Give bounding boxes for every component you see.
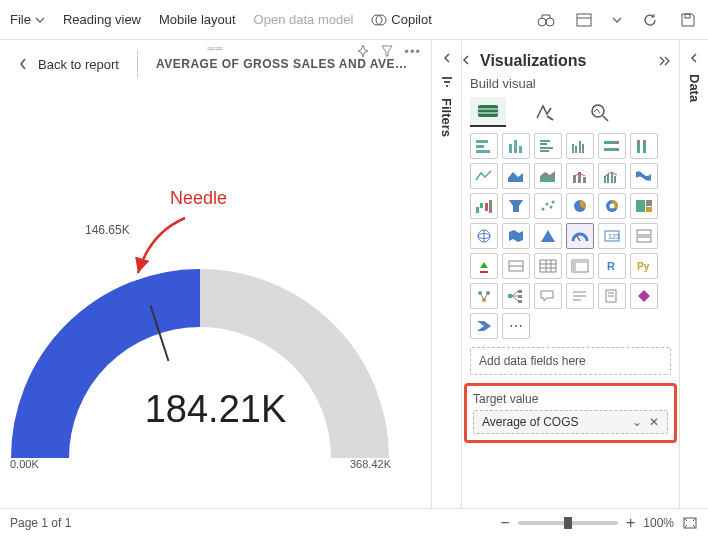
viz-key-influencers-icon[interactable]	[470, 283, 498, 309]
viz-pie-icon[interactable]	[566, 193, 594, 219]
values-field-well[interactable]: Add data fields here	[470, 347, 671, 375]
visual-type-grid: 123 R Py ⋯	[470, 133, 671, 339]
zoom-out-button[interactable]: −	[501, 514, 510, 532]
chevron-right-expand-icon[interactable]	[657, 55, 671, 67]
field-menu-chevron-icon[interactable]: ⌄	[632, 415, 642, 429]
viz-100-stacked-column-icon[interactable]	[630, 133, 658, 159]
viz-donut-icon[interactable]	[598, 193, 626, 219]
viz-scatter-icon[interactable]	[534, 193, 562, 219]
viz-kpi-icon[interactable]	[470, 253, 498, 279]
viz-matrix-icon[interactable]	[566, 253, 594, 279]
viz-line-stacked-column-icon[interactable]	[566, 163, 594, 189]
svg-rect-35	[637, 146, 640, 153]
viz-line-clustered-column-icon[interactable]	[598, 163, 626, 189]
reading-view-button[interactable]: Reading view	[63, 12, 141, 27]
svg-text:Py: Py	[637, 261, 650, 272]
file-menu[interactable]: File	[10, 12, 45, 27]
target-value-field[interactable]: Average of COGS ⌄ ✕	[473, 410, 668, 434]
viz-multi-row-card-icon[interactable]	[630, 223, 658, 249]
top-toolbar: File Reading view Mobile layout Open dat…	[0, 0, 708, 40]
viz-power-automate-icon[interactable]	[470, 313, 498, 339]
file-menu-label: File	[10, 12, 31, 27]
zoom-slider[interactable]	[518, 521, 618, 525]
viz-clustered-column-icon[interactable]	[566, 133, 594, 159]
viz-slicer-icon[interactable]	[502, 253, 530, 279]
tab-format-visual[interactable]	[526, 97, 562, 127]
chevron-left-icon[interactable]	[460, 54, 472, 66]
tab-analytics[interactable]	[582, 97, 618, 127]
more-icon[interactable]: •••	[404, 44, 421, 59]
svg-rect-86	[518, 295, 522, 298]
copilot-button[interactable]: Copilot	[371, 12, 431, 28]
svg-rect-85	[518, 290, 522, 293]
svg-line-88	[512, 291, 518, 296]
viz-stacked-bar-icon[interactable]	[470, 133, 498, 159]
viz-funnel-icon[interactable]	[502, 193, 530, 219]
pin-icon[interactable]	[356, 44, 370, 58]
viz-power-apps-icon[interactable]	[630, 283, 658, 309]
viz-clustered-bar-icon[interactable]	[534, 133, 562, 159]
viz-ribbon-icon[interactable]	[630, 163, 658, 189]
data-pane-collapsed[interactable]: Data	[680, 40, 708, 508]
svg-point-55	[610, 204, 615, 209]
viz-table-icon[interactable]	[534, 253, 562, 279]
svg-rect-43	[611, 173, 613, 183]
chevron-left-icon	[441, 52, 453, 64]
svg-rect-9	[444, 81, 450, 83]
svg-rect-6	[685, 14, 690, 18]
tab-build-visual[interactable]	[470, 97, 506, 127]
save-button[interactable]	[678, 10, 698, 30]
svg-rect-37	[643, 143, 646, 153]
svg-line-82	[480, 293, 484, 300]
filters-label: Filters	[439, 98, 454, 137]
viz-gauge-icon[interactable]	[566, 223, 594, 249]
viz-python-visual-icon[interactable]: Py	[630, 253, 658, 279]
svg-rect-42	[607, 174, 609, 183]
svg-rect-46	[480, 203, 483, 208]
gauge-target-label: 146.65K	[85, 223, 130, 237]
mobile-layout-button[interactable]: Mobile layout	[159, 12, 236, 27]
viz-smart-narrative-icon[interactable]	[566, 283, 594, 309]
viz-qa-icon[interactable]	[534, 283, 562, 309]
viz-azure-map-icon[interactable]	[534, 223, 562, 249]
viz-decomposition-tree-icon[interactable]	[502, 283, 530, 309]
viz-stacked-area-icon[interactable]	[534, 163, 562, 189]
chevron-left-icon	[18, 57, 28, 71]
viz-treemap-icon[interactable]	[630, 193, 658, 219]
back-to-report-button[interactable]: Back to report	[18, 57, 119, 72]
svg-rect-25	[540, 150, 549, 152]
chevron-down-icon[interactable]	[612, 15, 622, 25]
zoom-thumb[interactable]	[564, 517, 572, 529]
visualizations-pane: Visualizations Build visual	[462, 40, 680, 508]
svg-rect-48	[489, 200, 492, 213]
viz-line-icon[interactable]	[470, 163, 498, 189]
viz-map-icon[interactable]	[470, 223, 498, 249]
binoculars-icon	[537, 12, 555, 28]
filter-icon[interactable]	[380, 44, 394, 58]
zoom-in-button[interactable]: +	[626, 514, 635, 532]
fit-to-page-icon[interactable]	[682, 516, 698, 530]
svg-rect-76	[572, 260, 576, 272]
viz-r-visual-icon[interactable]: R	[598, 253, 626, 279]
svg-point-3	[546, 18, 554, 26]
viz-100-stacked-bar-icon[interactable]	[598, 133, 626, 159]
viz-more-visuals-icon[interactable]: ⋯	[502, 313, 530, 339]
find-button[interactable]	[536, 10, 556, 30]
viz-waterfall-icon[interactable]	[470, 193, 498, 219]
viz-area-icon[interactable]	[502, 163, 530, 189]
svg-rect-87	[518, 300, 522, 303]
filters-pane-collapsed[interactable]: Filters	[432, 40, 462, 508]
viz-filled-map-icon[interactable]	[502, 223, 530, 249]
data-label: Data	[687, 74, 702, 102]
refresh-button[interactable]	[640, 10, 660, 30]
svg-rect-20	[514, 140, 517, 153]
drag-grip-icon[interactable]: ══	[207, 43, 223, 54]
view-menu[interactable]	[574, 10, 594, 30]
zoom-level: 100%	[643, 516, 674, 530]
viz-paginated-report-icon[interactable]	[598, 283, 626, 309]
remove-field-icon[interactable]: ✕	[649, 415, 659, 429]
copilot-label: Copilot	[391, 12, 431, 27]
viz-card-icon[interactable]: 123	[598, 223, 626, 249]
viz-stacked-column-icon[interactable]	[502, 133, 530, 159]
main-area: ══ ••• Back to report AVERAGE OF GROSS S…	[0, 40, 708, 508]
